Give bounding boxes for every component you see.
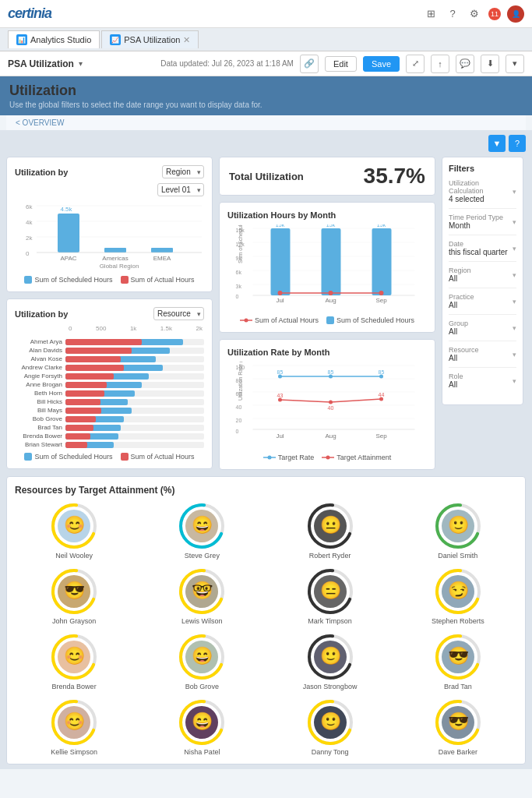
filter-resource-content: Resource All — [449, 346, 479, 362]
tab-analytics-studio[interactable]: 📊 Analytics Studio — [8, 30, 100, 48]
svg-text:APAC: APAC — [60, 255, 76, 262]
resource-avatar-ring: 🤓 — [179, 569, 224, 614]
filter-util-calc-row[interactable]: Utilization Calculation 4 selected ▾ — [449, 179, 516, 203]
resource-avatar-ring: 😎 — [435, 700, 481, 745]
filter-time-period-row[interactable]: Time Period Type Month ▾ — [449, 214, 516, 230]
top-navigation: certinia ⊞ ? ⚙ 11 👤 — [0, 0, 532, 28]
hbar-name: Andrew Clarke — [15, 364, 65, 371]
filter-region-content: Region All — [449, 267, 471, 283]
edit-button[interactable]: Edit — [325, 56, 357, 72]
link-icon-btn[interactable]: 🔗 — [300, 55, 319, 73]
resource-item[interactable]: 😊 Neil Wooley — [15, 503, 133, 560]
avatar-ring-svg: 🙂 — [308, 700, 353, 745]
psa-tab-icon: 📈 — [110, 34, 121, 45]
resources-title: Resources by Target Attainment (%) — [15, 485, 517, 496]
filter-date-row[interactable]: Date this fiscal quarter ▾ — [449, 240, 516, 256]
hbar-brenda: Brenda Bower — [15, 433, 204, 440]
help-icon[interactable]: ? — [445, 6, 460, 22]
resource-item[interactable]: 😐 Robert Ryder — [271, 503, 389, 560]
avatar-ring-svg: 😊 — [51, 634, 97, 680]
user-avatar[interactable]: 👤 — [507, 5, 524, 23]
resource-item[interactable]: 😎 Brad Tan — [399, 634, 517, 690]
resource-item[interactable]: 😏 Stephen Roberts — [399, 569, 517, 625]
resource-avatar-ring: 😐 — [308, 503, 353, 549]
filter-region-value: All — [449, 274, 471, 283]
sub-nav-dropdown-arrow[interactable]: ▾ — [79, 59, 83, 68]
hours-legend-scheduled-dot — [326, 316, 334, 324]
hbar-beth: Beth Horn — [15, 390, 204, 397]
resource-item[interactable]: 🙂 Daniel Smith — [399, 503, 517, 560]
hbar-track — [65, 382, 204, 388]
comment-icon-btn[interactable]: 💬 — [456, 55, 474, 73]
download-icon-btn[interactable]: ⬇ — [481, 55, 499, 73]
more-options-btn[interactable]: ▾ — [506, 55, 524, 73]
settings-icon[interactable]: ⚙ — [467, 6, 482, 22]
resource-item[interactable]: 😎 John Grayson — [15, 569, 133, 625]
resource-item[interactable]: 😄 Steve Grey — [143, 503, 261, 560]
svg-rect-31 — [322, 228, 341, 295]
svg-point-43 — [244, 319, 248, 323]
resource-item[interactable]: 🙂 Jason Strongbow — [271, 634, 389, 690]
svg-text:Aug: Aug — [325, 433, 336, 440]
resource-select-wrapper[interactable]: Resource — [153, 307, 204, 320]
resource-item[interactable]: 😎 Dave Barker — [399, 700, 517, 756]
filter-group-row[interactable]: Group All ▾ — [449, 320, 516, 336]
svg-rect-10 — [104, 248, 126, 252]
hbar-track — [65, 416, 204, 422]
tab-psa-utilization[interactable]: 📈 PSA Utilization ✕ — [101, 30, 199, 48]
hours-legend-actual-label: Sum of Actual Hours — [255, 316, 319, 324]
filter-help-row: ▼ ? — [6, 135, 526, 152]
resource-name: Robert Ryder — [309, 552, 351, 560]
region-dropdown[interactable]: Region — [162, 165, 204, 178]
share-icon-btn[interactable]: ↑ — [431, 55, 449, 73]
resource-item[interactable]: 😄 Bob Grove — [143, 634, 261, 690]
hbar-track — [65, 356, 204, 362]
hbar-name: Ahmet Arya — [15, 338, 65, 345]
hbar-x-1k5: 1.5k — [160, 325, 172, 332]
hbar-name: Brenda Bower — [15, 433, 65, 440]
save-button[interactable]: Save — [363, 56, 400, 72]
analytics-tab-icon: 📊 — [16, 34, 27, 45]
resource-dropdown[interactable]: Resource — [153, 307, 204, 320]
resource-item[interactable]: 😊 Brenda Bower — [15, 634, 133, 690]
filter-icon-button[interactable]: ▼ — [488, 135, 506, 152]
resource-avatar-ring: 😄 — [179, 700, 224, 745]
region-card-header: Utilization by Region — [15, 165, 204, 178]
level-dropdown[interactable]: Level 01 — [157, 183, 204, 196]
expand-icon-btn[interactable]: ⤢ — [406, 55, 425, 73]
svg-point-57 — [278, 375, 282, 379]
help-icon-button[interactable]: ? — [509, 135, 526, 152]
hbar-track — [65, 433, 204, 440]
resource-item[interactable]: 🤓 Lewis Wilson — [143, 569, 261, 625]
avatar-ring-svg: 😊 — [51, 503, 97, 549]
svg-text:2k: 2k — [26, 235, 33, 242]
psa-tab-close[interactable]: ✕ — [183, 35, 190, 45]
svg-text:😐: 😐 — [319, 514, 341, 535]
avatar-ring-svg: 😎 — [435, 700, 481, 745]
filter-role-content: Role All — [449, 373, 463, 389]
resource-avatar-ring: 😄 — [179, 503, 224, 549]
resource-avatar-ring: 😊 — [51, 700, 97, 745]
resource-name: Neil Wooley — [55, 552, 93, 560]
notification-badge[interactable]: 11 — [488, 8, 501, 20]
level-select-wrapper[interactable]: Level 01 — [157, 183, 204, 196]
filter-region-row[interactable]: Region All ▾ — [449, 267, 516, 283]
page-header: Utilization Use the global filters to se… — [0, 76, 532, 115]
breadcrumb[interactable]: < OVERVIEW — [6, 115, 526, 130]
filter-role-row[interactable]: Role All ▾ — [449, 373, 516, 389]
resource-legend-actual-dot — [121, 453, 129, 461]
resource-item[interactable]: 😄 Nisha Patel — [143, 700, 261, 756]
total-utilization-value: 35.7% — [364, 164, 425, 189]
resource-name: Daniel Smith — [438, 552, 477, 560]
svg-text:😊: 😊 — [64, 711, 86, 732]
resource-chart-legend: Sum of Scheduled Hours Sum of Actual Hou… — [15, 453, 204, 461]
filter-resource-row[interactable]: Resource All ▾ — [449, 346, 516, 362]
grid-icon[interactable]: ⊞ — [423, 6, 439, 22]
svg-text:🙂: 🙂 — [447, 514, 469, 535]
filter-resource: Resource All ▾ — [449, 346, 516, 368]
resource-item[interactable]: 🙂 Danny Tong — [271, 700, 389, 756]
region-select-wrapper[interactable]: Region — [162, 165, 204, 178]
resource-item[interactable]: 😊 Kellie Simpson — [15, 700, 133, 756]
filter-practice-row[interactable]: Practice All ▾ — [449, 293, 516, 309]
resource-item[interactable]: 😑 Mark Timpson — [271, 569, 389, 625]
